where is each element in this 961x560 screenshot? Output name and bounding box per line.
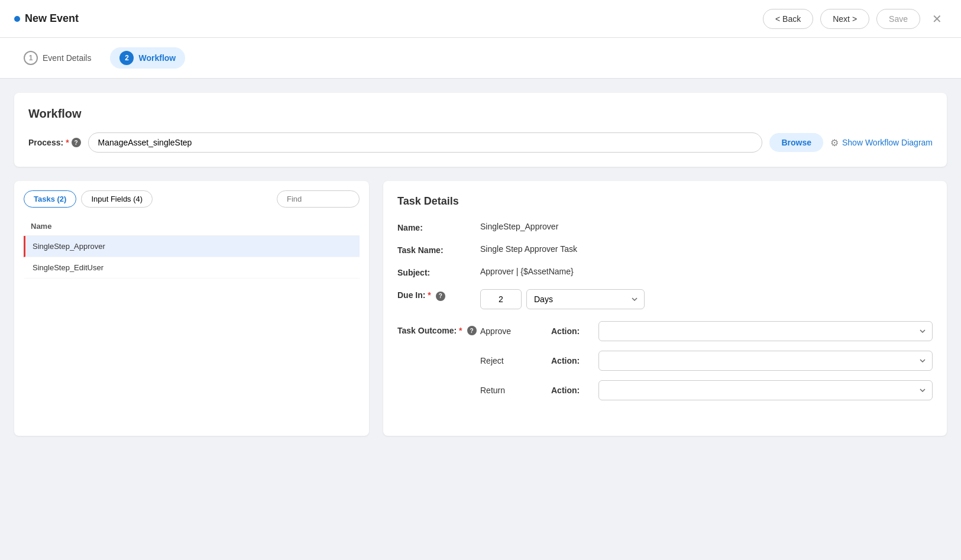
task-outcome-label: Task Outcome: * ?: [397, 321, 480, 335]
help-icon[interactable]: ?: [72, 138, 81, 147]
outcome-approve-action-label: Action:: [551, 326, 598, 336]
tab-workflow[interactable]: 2 Workflow: [110, 47, 185, 69]
name-value: SingleStep_Approver: [480, 222, 933, 231]
panel-tabs: Tasks (2) Input Fields (4): [24, 190, 360, 208]
name-label: Name:: [397, 222, 480, 232]
step-num-1: 1: [24, 51, 38, 65]
outcome-reject-select-wrap: [598, 351, 933, 371]
subject-row: Subject: Approver | {$AssetName}: [397, 267, 933, 277]
outcome-return-action-label: Action:: [551, 386, 598, 395]
step-num-2: 2: [119, 51, 134, 65]
task-name-row: Task Name: Single Step Approver Task: [397, 244, 933, 255]
subject-value: Approver | {$AssetName}: [480, 267, 933, 276]
tab-event-details[interactable]: 1 Event Details: [14, 47, 101, 69]
outcomes-list: Approve Action: Reject Action:: [480, 321, 933, 410]
workflow-card: Workflow Process: * ? Browse ⚙ Show Work…: [14, 93, 947, 167]
task-name-label: Task Name:: [397, 244, 480, 255]
task-name-value: Single Step Approver Task: [480, 244, 933, 254]
status-dot: [14, 16, 20, 22]
header-actions: < Back Next > Save ✕: [763, 9, 947, 29]
gear-icon: ⚙: [830, 137, 839, 148]
required-star: *: [66, 138, 69, 147]
step-tabs: 1 Event Details 2 Workflow: [0, 38, 961, 79]
outcome-row-approve: Approve Action:: [480, 321, 933, 341]
show-workflow-diagram-button[interactable]: ⚙ Show Workflow Diagram: [830, 137, 933, 148]
due-in-help-icon[interactable]: ?: [436, 292, 445, 301]
close-button[interactable]: ✕: [927, 9, 947, 28]
step-label-1: Event Details: [43, 53, 91, 63]
back-button[interactable]: < Back: [763, 9, 813, 29]
find-input[interactable]: [277, 190, 360, 208]
top-header: New Event < Back Next > Save ✕: [0, 0, 961, 38]
save-button[interactable]: Save: [876, 9, 920, 29]
next-button[interactable]: Next >: [820, 9, 869, 29]
task-outcome-help-icon[interactable]: ?: [467, 326, 477, 335]
task-details-title: Task Details: [397, 195, 933, 208]
outcome-reject-select[interactable]: [598, 351, 933, 371]
outcome-return-name: Return: [480, 386, 551, 395]
task-outcome-row: Task Outcome: * ? Approve Action:: [397, 321, 933, 410]
left-panel: Tasks (2) Input Fields (4) Name SingleSt…: [14, 181, 369, 436]
outcome-approve-select[interactable]: [598, 321, 933, 341]
main-content: Workflow Process: * ? Browse ⚙ Show Work…: [0, 79, 961, 450]
due-in-row: Due In: * ? Days Hours Minutes: [397, 289, 933, 309]
due-in-unit-select[interactable]: Days Hours Minutes: [526, 289, 645, 309]
process-input[interactable]: [88, 132, 763, 153]
list-item[interactable]: SingleStep_Approver: [24, 236, 360, 257]
process-label: Process: * ?: [28, 138, 81, 147]
outcome-row-reject: Reject Action:: [480, 351, 933, 371]
list-item[interactable]: SingleStep_EditUser: [24, 257, 360, 279]
step-label-2: Workflow: [138, 53, 176, 63]
tab-tasks[interactable]: Tasks (2): [24, 190, 76, 208]
outcome-return-select-wrap: [598, 380, 933, 400]
due-in-controls: Days Hours Minutes: [480, 289, 645, 309]
browse-button[interactable]: Browse: [769, 133, 823, 152]
right-panel: Task Details Name: SingleStep_Approver T…: [383, 181, 947, 436]
subject-label: Subject:: [397, 267, 480, 277]
list-header: Name: [24, 217, 360, 236]
due-in-required: *: [428, 290, 431, 300]
due-in-number-input[interactable]: [480, 289, 522, 309]
name-row: Name: SingleStep_Approver: [397, 222, 933, 232]
outcome-approve-select-wrap: [598, 321, 933, 341]
process-row: Process: * ? Browse ⚙ Show Workflow Diag…: [28, 132, 933, 153]
outcome-reject-name: Reject: [480, 356, 551, 365]
tab-input-fields[interactable]: Input Fields (4): [81, 190, 153, 208]
outcome-return-select[interactable]: [598, 380, 933, 400]
outcome-row-return: Return Action:: [480, 380, 933, 400]
due-in-label: Due In: * ?: [397, 289, 480, 301]
workflow-title: Workflow: [28, 107, 933, 121]
task-outcome-required: *: [459, 326, 462, 335]
outcome-reject-action-label: Action:: [551, 356, 598, 365]
bottom-panels: Tasks (2) Input Fields (4) Name SingleSt…: [14, 181, 947, 436]
outcome-approve-name: Approve: [480, 326, 551, 336]
page-title: New Event: [14, 12, 763, 25]
tasks-list: SingleStep_Approver SingleStep_EditUser: [24, 236, 360, 279]
